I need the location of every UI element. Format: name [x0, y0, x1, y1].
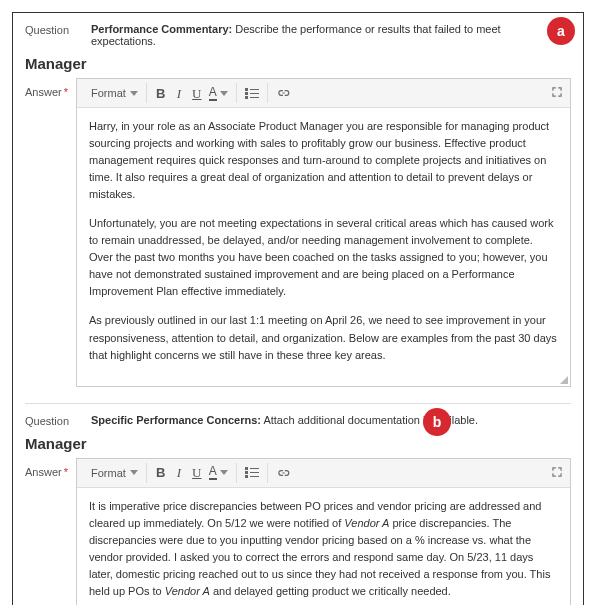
- bold-button[interactable]: B: [155, 466, 167, 479]
- format-label: Format: [91, 467, 126, 479]
- text-color-icon: A: [209, 465, 217, 480]
- editor-body[interactable]: Harry, in your role as an Associate Prod…: [77, 108, 570, 386]
- format-dropdown[interactable]: Format: [91, 87, 138, 99]
- link-button[interactable]: [276, 466, 290, 480]
- annotation-badge-a: a: [547, 17, 575, 45]
- answer-label: Answer*: [25, 458, 68, 478]
- answer-label: Answer*: [25, 78, 68, 98]
- answer-label-text: Answer: [25, 86, 62, 98]
- expand-button[interactable]: [550, 465, 564, 479]
- editor-body[interactable]: It is imperative price discrepancies bet…: [77, 488, 570, 605]
- link-icon: [276, 86, 290, 100]
- required-mark: *: [64, 466, 68, 478]
- resize-handle[interactable]: [558, 374, 568, 384]
- toolbar-group-font: B I U A: [147, 463, 237, 483]
- question-row-b: Question Specific Performance Concerns: …: [25, 414, 571, 427]
- paragraph: It is imperative price discrepancies bet…: [89, 498, 558, 600]
- chevron-down-icon: [130, 91, 138, 96]
- text-color-icon: A: [209, 86, 217, 101]
- question-bold: Performance Commentary:: [91, 23, 232, 35]
- question-bold: Specific Performance Concerns:: [91, 414, 261, 426]
- required-mark: *: [64, 86, 68, 98]
- underline-button[interactable]: U: [191, 87, 203, 100]
- text-color-button[interactable]: A: [209, 86, 228, 101]
- question-label: Question: [25, 414, 77, 427]
- toolbar-group-link: [268, 83, 298, 103]
- chevron-down-icon: [220, 91, 228, 96]
- toolbar-group-format: Format: [83, 83, 147, 103]
- italic-button[interactable]: I: [173, 87, 185, 100]
- chevron-down-icon: [220, 470, 228, 475]
- role-heading: Manager: [25, 435, 571, 452]
- rich-text-editor: Format B I U A: [76, 458, 571, 605]
- link-button[interactable]: [276, 86, 290, 100]
- annotation-badge-b: b: [423, 408, 451, 436]
- question-row-a: Question Performance Commentary: Describ…: [25, 23, 571, 47]
- paragraph: As previously outlined in our last 1:1 m…: [89, 312, 558, 363]
- toolbar-group-font: B I U A: [147, 83, 237, 103]
- link-icon: [276, 466, 290, 480]
- editor-toolbar: Format B I U A: [77, 79, 570, 108]
- bullet-list-button[interactable]: [245, 467, 259, 478]
- answer-row-a: Answer* Format B I U A: [25, 78, 571, 387]
- rich-text-editor: Format B I U A: [76, 78, 571, 387]
- question-label: Question: [25, 23, 77, 36]
- chevron-down-icon: [130, 470, 138, 475]
- toolbar-group-list: [237, 463, 268, 483]
- toolbar-group-link: [268, 463, 298, 483]
- toolbar-group-list: [237, 83, 268, 103]
- toolbar-group-format: Format: [83, 463, 147, 483]
- underline-button[interactable]: U: [191, 466, 203, 479]
- paragraph: Harry, in your role as an Associate Prod…: [89, 118, 558, 203]
- bold-button[interactable]: B: [155, 87, 167, 100]
- question-text: Performance Commentary: Describe the per…: [91, 23, 571, 47]
- text-color-button[interactable]: A: [209, 465, 228, 480]
- expand-icon: [550, 85, 564, 99]
- role-heading: Manager: [25, 55, 571, 72]
- format-label: Format: [91, 87, 126, 99]
- answer-label-text: Answer: [25, 466, 62, 478]
- question-text: Specific Performance Concerns: Attach ad…: [91, 414, 571, 426]
- section-divider: [25, 403, 571, 404]
- editor-toolbar: Format B I U A: [77, 459, 570, 488]
- expand-button[interactable]: [550, 85, 564, 99]
- expand-icon: [550, 465, 564, 479]
- answer-row-b: Answer* Format B I U A: [25, 458, 571, 605]
- paragraph: Unfortunately, you are not meeting expec…: [89, 215, 558, 300]
- bullet-list-button[interactable]: [245, 88, 259, 99]
- format-dropdown[interactable]: Format: [91, 467, 138, 479]
- form-frame: Question Performance Commentary: Describ…: [12, 12, 584, 605]
- italic-button[interactable]: I: [173, 466, 185, 479]
